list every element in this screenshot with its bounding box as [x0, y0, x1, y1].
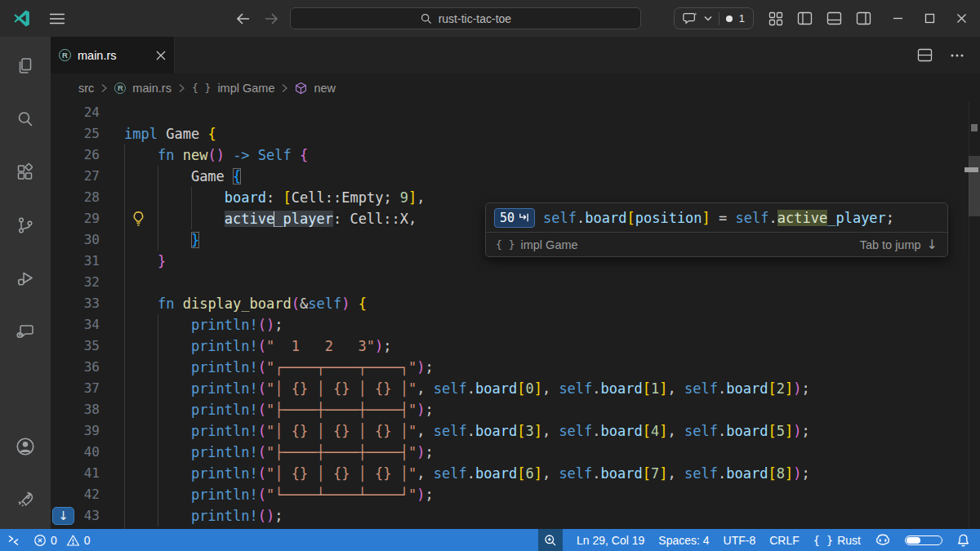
code-line[interactable]: 41 println!("│ {} │ {} │ {} │", self.boa…: [51, 463, 980, 484]
code-line[interactable]: 33 fn display_board(&self) {: [51, 293, 980, 314]
chevron-right-icon: [281, 83, 288, 93]
code-token: (: [258, 402, 266, 418]
command-center-search[interactable]: rust-tic-tac-toe: [290, 7, 641, 29]
toggle-secondary-sidebar-icon[interactable]: [856, 11, 871, 25]
code-line[interactable]: 24: [51, 102, 980, 123]
line-number[interactable]: 29: [51, 208, 100, 229]
line-number[interactable]: 28: [51, 187, 100, 208]
extensions-icon[interactable]: [6, 153, 45, 192]
line-number[interactable]: 27: [51, 166, 100, 187]
line-number[interactable]: 38: [51, 399, 100, 420]
breadcrumb-file[interactable]: main.rs: [132, 82, 172, 95]
lightbulb-icon[interactable]: [131, 211, 145, 227]
notifications-bell-icon[interactable]: [956, 533, 970, 548]
code-token: ]: [408, 189, 416, 206]
warning-icon: [66, 534, 80, 547]
line-number[interactable]: 24: [51, 102, 100, 123]
code-line[interactable]: 25impl Game {: [51, 123, 980, 144]
cursor-position[interactable]: Ln 29, Col 19: [577, 534, 644, 547]
line-number[interactable]: 36: [51, 357, 100, 378]
breadcrumb-new[interactable]: new: [314, 82, 336, 95]
rocket-icon[interactable]: [6, 480, 45, 519]
line-number[interactable]: 37: [51, 378, 100, 399]
code-line[interactable]: 42 println!("└────┴────┴────┘");: [51, 484, 980, 505]
line-number[interactable]: 25: [51, 123, 100, 144]
maximize-button[interactable]: [924, 13, 935, 24]
minimize-button[interactable]: [893, 13, 903, 24]
line-number[interactable]: 30: [51, 229, 100, 251]
code-token: &: [300, 295, 308, 312]
eol-sequence[interactable]: CRLF: [769, 534, 800, 547]
code-token: self: [559, 380, 592, 397]
code-token: Cell: [292, 189, 325, 206]
close-window-button[interactable]: [956, 13, 967, 24]
line-number[interactable]: 35: [51, 335, 100, 357]
scrollbar-thumb[interactable]: [969, 156, 980, 216]
code-token: (: [258, 359, 266, 375]
indent-guide: [124, 484, 125, 505]
toggle-panel-icon[interactable]: [826, 11, 842, 25]
language-mode[interactable]: { } Rust: [813, 534, 861, 547]
breadcrumb-src[interactable]: src: [78, 82, 94, 95]
code-line[interactable]: 27 Game {: [51, 166, 980, 187]
breadcrumb-impl-game[interactable]: impl Game: [217, 82, 274, 95]
chevron-right-icon: [178, 83, 185, 93]
error-icon: [33, 534, 47, 547]
code-line[interactable]: 38 println!("├────┼────┼────┤");: [51, 399, 980, 420]
copilot-status-icon[interactable]: [875, 533, 891, 548]
tab-to-jump-hint[interactable]: Tab to jump ↓: [860, 237, 938, 252]
code-line[interactable]: 32: [51, 272, 980, 293]
indent-guide: [158, 420, 158, 442]
customize-layout-icon[interactable]: [768, 11, 783, 26]
nes-gutter-arrow-icon[interactable]: ↓: [52, 507, 74, 525]
source-control-icon[interactable]: [6, 206, 45, 245]
code-line[interactable]: 43 println!();↓: [51, 505, 980, 527]
code-token: [: [643, 380, 651, 397]
code-line[interactable]: 39 println!("│ {} │ {} │ {} │", self.boa…: [51, 420, 980, 442]
line-number[interactable]: 42: [51, 484, 100, 505]
code-line[interactable]: 26 fn new() -> Self {: [51, 144, 980, 166]
line-number[interactable]: 33: [51, 293, 100, 314]
code-token: ]: [534, 423, 542, 439]
copilot-menu[interactable]: 1: [674, 7, 754, 29]
code-line[interactable]: 37 println!("│ {} │ {} │ {} │", self.boa…: [51, 378, 980, 399]
code-token: board: [601, 380, 643, 397]
tab-main-rs[interactable]: R main.rs: [51, 37, 175, 73]
code-line[interactable]: 36 println!("┌────┬────┬────┐");: [51, 357, 980, 378]
search-sidebar-icon[interactable]: [6, 100, 45, 139]
run-debug-icon[interactable]: [6, 259, 45, 298]
problems-indicator[interactable]: 0 0: [33, 534, 91, 547]
copilot-quota-progress[interactable]: [905, 535, 942, 545]
encoding[interactable]: UTF-8: [724, 534, 756, 547]
code-line[interactable]: 35 println!(" 1 2 3");: [51, 335, 980, 357]
line-number[interactable]: 34: [51, 314, 100, 335]
code-token: [: [643, 465, 651, 482]
line-number[interactable]: 31: [51, 251, 100, 272]
toggle-primary-sidebar-icon[interactable]: [797, 11, 813, 25]
more-actions-icon[interactable]: [951, 54, 964, 57]
accounts-icon[interactable]: [6, 427, 45, 466]
nes-suggestion-row[interactable]: 50 self.board[position] = self.active_pl…: [486, 203, 947, 232]
code-token: println!: [191, 317, 258, 333]
line-number[interactable]: 40: [51, 442, 100, 463]
code-line[interactable]: 34 println!();: [51, 314, 980, 335]
indentation[interactable]: Spaces: 4: [658, 534, 709, 547]
forward-arrow-icon[interactable]: [264, 12, 278, 25]
back-arrow-icon[interactable]: [236, 12, 251, 25]
line-content: println!();: [124, 505, 283, 527]
search-icon: [421, 13, 432, 24]
editor[interactable]: 2425impl Game {26 fn new() -> Self {27 G…: [51, 102, 980, 529]
code-line[interactable]: 40 println!("├────┼────┼────┤");: [51, 442, 980, 463]
chat-icon[interactable]: [6, 312, 45, 351]
explorer-icon[interactable]: [6, 47, 45, 86]
line-number[interactable]: 26: [51, 144, 100, 166]
split-editor-icon[interactable]: [917, 48, 933, 62]
line-number[interactable]: 32: [51, 272, 100, 293]
line-number[interactable]: 41: [51, 463, 100, 484]
zoom-indicator[interactable]: [538, 529, 563, 551]
remote-indicator-icon[interactable]: [7, 534, 20, 547]
tab-close-icon[interactable]: [156, 51, 166, 60]
editor-scrollbar[interactable]: [969, 102, 980, 529]
menu-hamburger-icon[interactable]: [50, 13, 65, 24]
line-number[interactable]: 39: [51, 420, 100, 442]
